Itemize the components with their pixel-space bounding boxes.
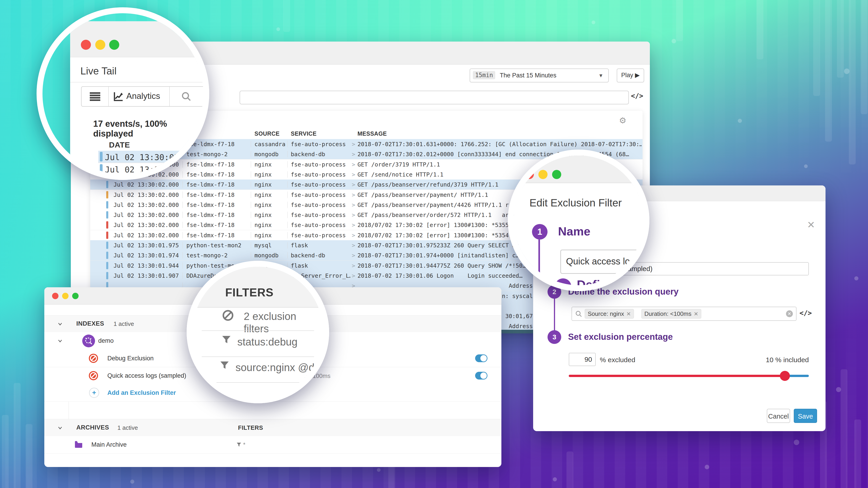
divider (251, 222, 251, 228)
status-bar-icon (106, 221, 108, 229)
exclusion-slider[interactable] (569, 375, 809, 377)
page-title: Live Tail (81, 65, 117, 77)
log-host: fse-ldmx-f7-18 (186, 192, 249, 198)
chevron-right-icon: > (352, 171, 355, 178)
log-date: Jul 02 13:30:02.000 (114, 202, 181, 208)
filters-column-header: FILTERS (238, 424, 263, 431)
gear-icon[interactable]: ⚙ (619, 116, 626, 125)
folder-icon (74, 440, 83, 450)
code-view-icon[interactable]: </> (631, 92, 643, 100)
chevron-right-icon: > (352, 262, 355, 269)
exclusion-filter-name: Debug Exclusion (107, 355, 154, 362)
maximize-window-icon[interactable] (552, 170, 561, 179)
divider (251, 242, 251, 249)
log-host: fse-ldmx-f7-18 (186, 181, 249, 188)
close-window-icon[interactable] (52, 293, 59, 299)
maximize-window-icon[interactable] (109, 40, 119, 50)
indexes-section-label: INDEXES (76, 320, 104, 327)
equalizer-bar (825, 0, 832, 141)
remove-tag-icon[interactable]: ✕ (694, 311, 698, 317)
divider (251, 181, 251, 188)
maximize-window-icon[interactable] (72, 293, 79, 299)
chevron-down-icon[interactable] (58, 338, 63, 344)
log-source: nginx (254, 202, 286, 208)
log-date: Jul 02 13:30:02.000 (114, 222, 181, 228)
chevron-right-icon: > (352, 192, 355, 198)
minimize-window-icon[interactable] (62, 293, 68, 299)
log-source: mongodb (254, 252, 286, 259)
log-host: fse-ldmx-f7-18 (186, 212, 249, 218)
remove-tag-icon[interactable]: ✕ (626, 311, 631, 317)
archive-name: Main Archive (91, 441, 127, 448)
divider (251, 141, 251, 147)
query-tag-source[interactable]: Source: nginx✕ (585, 309, 634, 319)
close-window-icon[interactable] (81, 40, 91, 50)
archive-row[interactable]: Main Archive * (44, 436, 501, 454)
divider (251, 192, 251, 198)
divider (251, 161, 251, 168)
search-icon[interactable] (181, 91, 191, 102)
chevron-right-icon: > (352, 272, 355, 279)
equalizer-bar (14, 383, 21, 488)
minimize-window-icon[interactable] (538, 170, 548, 179)
status-bar-icon (106, 252, 108, 259)
log-service: fse-auto-process (291, 232, 351, 239)
log-source: nginx (254, 232, 286, 239)
log-source: mysql (254, 242, 286, 249)
plus-icon[interactable]: + (89, 388, 99, 398)
divider (251, 212, 251, 218)
minimize-window-icon[interactable] (95, 40, 105, 50)
live-tail-search-input[interactable] (240, 91, 628, 104)
status-bar-icon (100, 164, 102, 174)
divider (169, 87, 170, 106)
play-button[interactable]: Play ▶ (617, 68, 644, 83)
save-button[interactable]: Save (794, 409, 817, 423)
log-date: Jul 02 13:30:02.000 (114, 192, 181, 198)
clear-query-icon[interactable]: ✕ (786, 310, 793, 317)
background-dot (794, 440, 799, 445)
chevron-down-icon[interactable] (58, 322, 63, 327)
status-bar-icon (106, 211, 108, 219)
log-host: fse-ldmx-f7-18 (186, 171, 249, 178)
list-view-icon[interactable] (90, 92, 100, 102)
exclusion-enabled-toggle[interactable] (475, 372, 488, 380)
code-view-icon[interactable]: </> (800, 309, 812, 317)
excluded-percent-field[interactable] (569, 353, 596, 366)
query-tag-duration[interactable]: Duration: <100ms✕ (642, 309, 701, 319)
analytics-tab-label[interactable]: Analytics (126, 91, 160, 101)
log-service: fse-auto-process (291, 212, 351, 218)
analytics-chart-icon[interactable] (114, 91, 124, 102)
archive-filter: * (237, 441, 245, 448)
status-bar-icon (106, 262, 108, 269)
step-3-heading: Set exclusion percentage (568, 332, 673, 342)
included-percent-label: 10 % included (766, 356, 809, 364)
log-service: fse-auto-process (291, 141, 351, 148)
modal-magnifier-lens: Edit Exclusion Filter 1 Name Quick acces… (508, 150, 649, 291)
time-range-select[interactable]: 15min The Past 15 Minutes ▾ (470, 68, 609, 83)
log-date: Jul 02 13:30:01.907 (114, 272, 181, 279)
close-icon[interactable]: ✕ (807, 219, 815, 230)
cancel-button[interactable]: Cancel (767, 409, 790, 423)
add-exclusion-filter-link[interactable]: Add an Exclusion Filter (107, 389, 176, 396)
divider (251, 151, 251, 157)
step-2-badge-magnified: 2 (555, 279, 571, 285)
chevron-right-icon: > (352, 252, 355, 259)
equalizer-bar (841, 369, 847, 488)
archive-filter-text: * (243, 441, 245, 448)
equalizer-bar (837, 0, 844, 78)
log-service: flask (291, 262, 351, 269)
archives-section-header[interactable]: ARCHIVES 1 active FILTERS (44, 419, 501, 436)
live-tail-search-bar[interactable] (240, 91, 629, 104)
exclusion-enabled-toggle[interactable] (475, 354, 488, 362)
divider (251, 171, 251, 178)
equalizer-bar (566, 452, 574, 488)
column-header-message: MESSAGE (358, 130, 387, 137)
log-date: Jul 02 13:30:02.000 (114, 181, 181, 188)
background-dot (844, 68, 849, 74)
log-date: Jul 02 13:30:02.000 (114, 232, 181, 239)
exclusion-query-input[interactable]: Source: nginx✕ Duration: <100ms✕ ✕ (571, 307, 797, 321)
divider (251, 202, 251, 208)
log-source: nginx (254, 161, 286, 168)
slider-handle[interactable] (780, 371, 790, 381)
chevron-down-icon[interactable] (58, 425, 63, 430)
